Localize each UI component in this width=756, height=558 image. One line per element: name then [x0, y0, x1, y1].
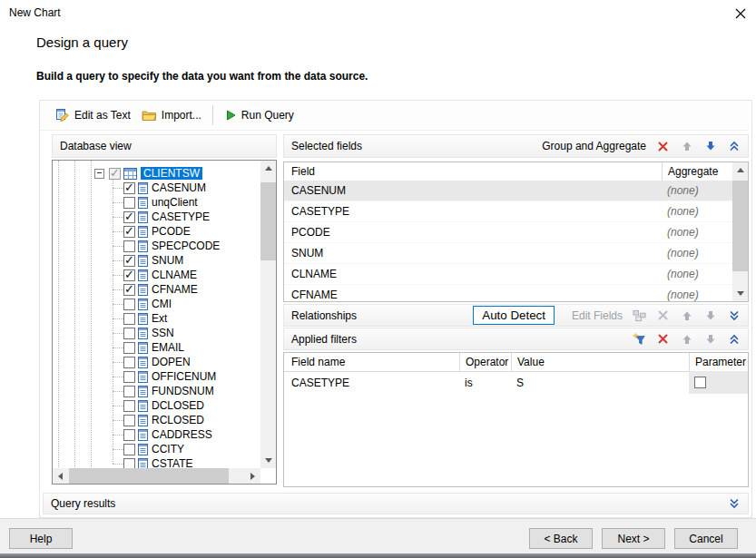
field-checkbox[interactable] [123, 313, 135, 325]
tree-item[interactable]: SNUM [53, 253, 260, 268]
tree-item[interactable]: CCITY [53, 442, 260, 456]
selected-field-row[interactable]: CASETYPE(none) [284, 201, 732, 222]
field-checkbox[interactable] [123, 182, 135, 194]
field-checkbox[interactable] [123, 255, 135, 267]
tree-stub-line [113, 275, 123, 276]
tree-item[interactable]: RCLOSED [53, 413, 260, 427]
database-view-tree[interactable]: CLIENTSW CASENUMunqClientCASETYPEPCODESP… [52, 160, 277, 485]
filter-value-cell: S [511, 377, 689, 389]
move-down-icon[interactable] [703, 332, 717, 346]
delete-field-icon[interactable] [656, 140, 670, 153]
close-icon[interactable] [731, 5, 750, 23]
help-button[interactable]: Help [9, 528, 73, 549]
column-header-field-name[interactable]: Field name [284, 353, 459, 371]
field-checkbox[interactable] [123, 197, 135, 209]
field-checkbox[interactable] [123, 226, 135, 238]
toolbar-separator [212, 105, 213, 125]
applied-filters-table-header[interactable]: Field name Operator Value Parameter [284, 353, 748, 372]
edit-as-text-button[interactable]: Edit as Text [50, 105, 136, 125]
collapse-section-icon[interactable] [727, 140, 741, 153]
root-checkbox[interactable] [109, 168, 121, 180]
next-button[interactable]: Next > [602, 528, 665, 549]
field-checkbox[interactable] [123, 342, 135, 354]
scrollbar-thumb[interactable] [732, 181, 748, 271]
cancel-button[interactable]: Cancel [674, 528, 738, 549]
field-checkbox[interactable] [123, 357, 135, 368]
new-filter-icon[interactable] [633, 332, 646, 346]
field-checkbox[interactable] [123, 328, 135, 339]
field-icon [138, 328, 148, 339]
collapse-section-icon[interactable] [727, 332, 741, 346]
tree-item-root[interactable]: CLIENTSW [53, 166, 260, 181]
delete-relationship-icon[interactable] [656, 308, 670, 322]
tree-item[interactable]: SPECPCODE [53, 239, 260, 253]
field-checkbox[interactable] [123, 299, 135, 310]
column-header-operator[interactable]: Operator [459, 353, 511, 371]
tree-vertical-scrollbar[interactable] [260, 161, 276, 468]
column-header-field[interactable]: Field [284, 165, 662, 178]
tree-item[interactable]: SSN [53, 326, 260, 340]
selected-field-row[interactable]: CFNAME(none) [284, 285, 732, 306]
tree-item[interactable]: CASETYPE [53, 210, 260, 224]
aggregate-cell[interactable]: (none) [662, 226, 732, 239]
run-query-button[interactable]: Run Query [219, 106, 299, 124]
tree-item[interactable]: CFNAME [53, 282, 260, 297]
selected-field-row[interactable]: PCODE(none) [284, 222, 732, 243]
move-down-icon[interactable] [703, 308, 717, 322]
tree-item[interactable]: DCLOSED [53, 398, 260, 413]
tree-item[interactable]: DOPEN [53, 355, 260, 369]
tree-item[interactable]: PCODE [53, 224, 260, 239]
field-checkbox[interactable] [123, 400, 135, 412]
fields-vertical-scrollbar[interactable] [732, 162, 748, 301]
aggregate-cell[interactable]: (none) [662, 205, 732, 218]
field-checkbox[interactable] [123, 269, 135, 281]
expand-section-icon[interactable] [727, 497, 741, 511]
selected-fields-table-header[interactable]: Field Aggregate [284, 162, 732, 181]
collapse-expander-icon[interactable] [94, 169, 104, 179]
column-header-value[interactable]: Value [511, 353, 689, 371]
column-header-aggregate[interactable]: Aggregate [662, 162, 732, 181]
filter-row[interactable]: CASETYPEisS [284, 371, 748, 394]
tree-horizontal-scrollbar[interactable] [53, 468, 260, 484]
tree-item[interactable]: CMI [53, 297, 260, 311]
field-checkbox[interactable] [123, 386, 135, 397]
aggregate-cell[interactable]: (none) [662, 289, 732, 301]
field-checkbox[interactable] [123, 415, 135, 426]
move-up-icon[interactable] [680, 332, 693, 346]
move-up-icon[interactable] [680, 140, 693, 153]
tree-item[interactable]: unqClient [53, 195, 260, 210]
auto-detect-button[interactable]: Auto Detect [473, 306, 555, 325]
tree-item[interactable]: FUNDSNUM [53, 384, 260, 398]
expand-section-icon[interactable] [727, 308, 741, 322]
field-checkbox[interactable] [123, 284, 135, 296]
back-button[interactable]: < Back [529, 528, 593, 549]
move-down-icon[interactable] [703, 140, 717, 153]
field-checkbox[interactable] [123, 371, 135, 383]
tree-item[interactable]: EMAIL [53, 340, 260, 355]
edit-fields-button[interactable]: Edit Fields [572, 309, 623, 322]
aggregate-cell[interactable]: (none) [662, 184, 732, 197]
parameter-checkbox[interactable] [694, 377, 706, 388]
scrollbar-thumb[interactable] [69, 468, 229, 484]
scrollbar-thumb[interactable] [260, 182, 276, 260]
field-checkbox[interactable] [123, 211, 135, 223]
column-header-parameter[interactable]: Parameter [689, 353, 748, 371]
delete-filter-icon[interactable] [656, 332, 670, 346]
tree-item[interactable]: CADDRESS [53, 427, 260, 442]
group-and-aggregate-button[interactable]: Group and Aggregate [542, 140, 646, 152]
move-up-icon[interactable] [680, 308, 693, 322]
field-checkbox[interactable] [123, 444, 135, 455]
aggregate-cell[interactable]: (none) [662, 247, 732, 259]
tree-item[interactable]: OFFICENUM [53, 369, 260, 384]
field-checkbox[interactable] [123, 429, 135, 441]
import-button[interactable]: Import... [136, 106, 207, 124]
aggregate-cell[interactable]: (none) [662, 268, 732, 280]
tree-item[interactable]: CASENUM [53, 181, 260, 195]
selected-field-row[interactable]: CLNAME(none) [284, 264, 732, 285]
selected-field-row[interactable]: SNUM(none) [284, 243, 732, 264]
tree-item[interactable]: CLNAME [53, 268, 260, 282]
relationship-diagram-icon[interactable] [633, 308, 646, 322]
field-checkbox[interactable] [123, 240, 135, 252]
selected-field-row[interactable]: CASENUM(none) [284, 181, 732, 201]
tree-item[interactable]: Ext [53, 311, 260, 326]
